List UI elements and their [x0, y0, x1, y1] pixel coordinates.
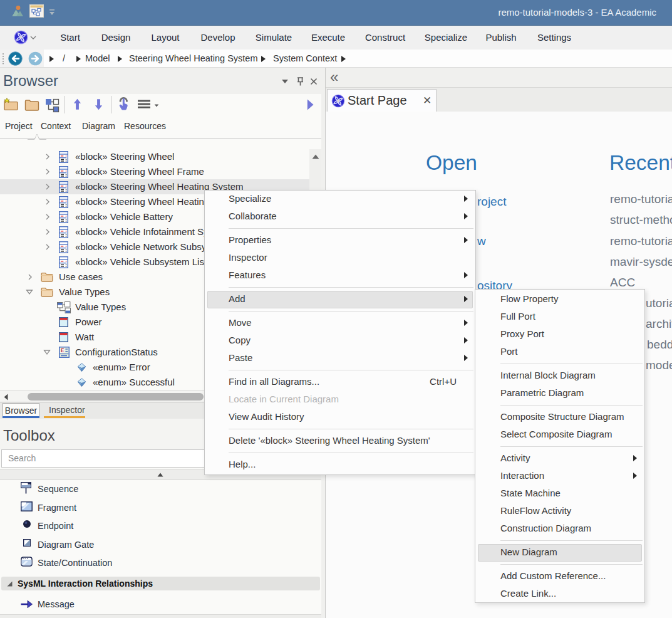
svg-text:E: E: [61, 347, 65, 354]
